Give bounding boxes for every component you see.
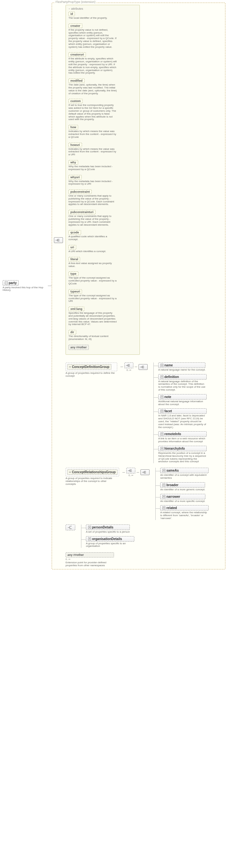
expander-icon[interactable]: + (163, 495, 165, 498)
attribute-qcode: qcodeA qualified code which identifies a… (68, 230, 137, 241)
attribute-name: id (68, 11, 75, 16)
attribute-name: typeuri (68, 289, 82, 294)
expander-icon[interactable]: + (161, 433, 163, 435)
attribute-desc: Indicates by which means the value was e… (68, 148, 117, 156)
sequence-icon (141, 469, 149, 475)
expander-icon[interactable]: + (88, 537, 91, 540)
element-box: +note (158, 394, 207, 400)
expander-icon[interactable]: + (161, 410, 163, 412)
expander-icon[interactable]: + (161, 396, 163, 398)
element-box: +narrower (160, 494, 205, 499)
element-name: sameAs (166, 469, 179, 472)
element-name: +nameA natural language name for the con… (158, 363, 207, 372)
element-desc: Additional natural language information … (158, 400, 207, 406)
attribute-name: xml:lang (68, 307, 84, 311)
attribute-pubconstraint: pubconstraintOne or many constraints tha… (68, 189, 137, 206)
expander-icon[interactable]: + (163, 506, 165, 509)
element-box: +broader (160, 482, 205, 488)
element-desc: An identifier of a concept with equivale… (160, 474, 209, 480)
element-name: organisationDetails (92, 537, 122, 541)
element-desc: A group of properties specific to an org… (86, 542, 134, 548)
extension-label: FlexPartyPropType (extension) (55, 0, 96, 4)
element-name: hierarchyInfo (164, 447, 185, 450)
root-desc: A party involved this hop of the Hop His… (3, 286, 48, 292)
element-related: +relatedA related concept, where the rel… (160, 505, 209, 520)
attribute-modified: modifiedThe date (and, optionally, the t… (68, 79, 137, 95)
element-organisationDetails: +organisationDetailsA group of propertie… (86, 536, 134, 548)
choice-icon (65, 525, 75, 530)
element-desc: An identifier of a more generic concept. (160, 488, 205, 491)
attribute-desc: Indicates by which means the value was e… (68, 130, 117, 138)
attribute-name: pubconstrainturi (68, 210, 95, 214)
expander-icon[interactable]: + (161, 364, 163, 367)
attribute-desc: Why the metadata has been included - exp… (68, 165, 117, 171)
expander-icon[interactable]: + (161, 447, 163, 450)
attribute-desc: If the attribute is empty, specifies whi… (68, 58, 117, 74)
element-name: facet (164, 409, 172, 413)
element-personDetails: +personDetailsA set of properties specif… (86, 525, 134, 534)
element-box: +sameAs (160, 468, 209, 473)
attribute-name: modified (68, 79, 85, 83)
attribute-desc: One or many constraints that apply to pu… (68, 215, 117, 226)
sequence-icon (139, 364, 148, 370)
any-desc: Extension point for provider-defined pro… (65, 561, 114, 567)
attribute-pubconstrainturi: pubconstrainturiOne or many constraints … (68, 210, 137, 226)
attribute-desc: A qualified code which identifies a conc… (68, 235, 117, 241)
attribute-how: howIndicates by which means the value wa… (68, 125, 137, 138)
attribute-xml-lang: xml:langSpecifies the language of this p… (68, 307, 137, 326)
expander-icon[interactable]: − (69, 365, 71, 369)
element-box: +hierarchyInfo (158, 446, 207, 451)
attribute-name: how (68, 125, 78, 129)
attribute-typeuri: typeuriThe type of the concept assigned … (68, 289, 137, 303)
expander-icon[interactable]: + (88, 526, 91, 529)
expander-icon[interactable]: + (161, 375, 163, 378)
group-desc: A group of properties required to define… (65, 372, 117, 378)
group-desc: A group of properties required to indica… (65, 477, 117, 486)
expander-icon[interactable]: − (68, 7, 70, 10)
attribute-howuri: howuriIndicates by which means the value… (68, 143, 137, 156)
attribute-literal: literalA free-text value assigned as pro… (68, 257, 137, 268)
expander-icon[interactable]: − (5, 281, 8, 284)
attribute-whyuri: whyuriWhy the metadata has been included… (68, 175, 137, 186)
expander-icon[interactable]: − (69, 470, 71, 474)
element-box: +name (158, 363, 205, 368)
sequence-icon (124, 363, 133, 368)
element-name: narrower (166, 495, 180, 498)
attribute-name: literal (68, 257, 80, 261)
attribute-name: custom (68, 99, 83, 103)
attribute-creatoruri: creatoruriIf the attribute is empty, spe… (68, 52, 137, 74)
attribute-uri: uriA URI which identifies a concept. (68, 245, 137, 253)
concept-relationships-group: − ConceptRelationshipsGroup (65, 468, 119, 476)
attrs-title: attributes (71, 7, 83, 10)
extension-container: FlexPartyPropType (extension) − attribut… (52, 3, 225, 569)
element-sameAs: +sameAsAn identifier of a concept with e… (160, 468, 209, 480)
element-desc: In NAR 1.8 and later, facet is deprecate… (158, 414, 207, 429)
sequence-icon (126, 468, 135, 473)
element-box: +remoteInfo (158, 431, 207, 437)
attribute-desc: A free-text value assigned as property v… (68, 262, 117, 268)
element-box: +personDetails (86, 525, 130, 530)
element-box: +facet (158, 408, 207, 414)
any-other-element: any ##other (65, 552, 114, 557)
attribute-custom: customIf set to true the corresponding p… (68, 99, 137, 121)
occurs-label: 0..∞ (126, 369, 132, 372)
attribute-dir: dirThe directionality of textual content… (68, 330, 137, 341)
attribute-name: pubconstraint (68, 189, 92, 194)
attribute-id: idThe local identifier of the property. (68, 11, 137, 20)
expander-icon[interactable]: + (163, 469, 165, 472)
element-box: +related (160, 505, 209, 511)
element-name: related (166, 506, 177, 510)
element-name: personDetails (92, 526, 113, 529)
element-facet: +facetIn NAR 1.8 and later, facet is dep… (158, 408, 207, 429)
concept-relationships-group-row: − ConceptRelationshipsGroup A group of p… (65, 468, 209, 520)
attribute-type: typeThe type of the concept assigned as … (68, 272, 137, 285)
expander-icon[interactable]: + (163, 484, 165, 487)
attribute-name: uri (68, 245, 76, 250)
element-desc: A set of properties specific to a person (86, 531, 130, 534)
attribute-name: creatoruri (68, 52, 86, 57)
root-element: − party A party involved this hop of the… (3, 280, 48, 292)
concept-definition-group-row: − ConceptDefinitionGroup A group of prop… (65, 363, 209, 463)
attribute-why: whyWhy the metadata has been included - … (68, 160, 137, 171)
attribute-name: whyuri (68, 175, 82, 180)
occurs-label: 0..∞ (129, 474, 133, 477)
